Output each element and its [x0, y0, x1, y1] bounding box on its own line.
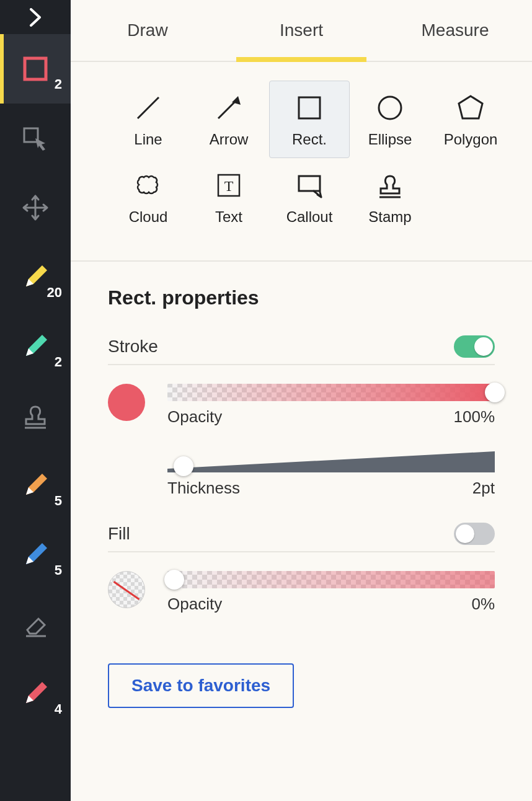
stroke-label: Stroke	[108, 337, 158, 356]
shape-label: Line	[134, 131, 162, 148]
svg-rect-0	[25, 58, 46, 79]
tab-draw[interactable]: Draw	[71, 0, 224, 61]
badge: 4	[55, 701, 62, 717]
tab-insert[interactable]: Insert	[224, 0, 378, 61]
fill-opacity-slider[interactable]	[167, 571, 495, 588]
shape-label: Ellipse	[368, 131, 412, 148]
shape-label: Arrow	[210, 131, 249, 148]
badge: 5	[55, 562, 62, 578]
shape-polygon[interactable]: Polygon	[430, 81, 511, 158]
move-icon	[21, 193, 50, 222]
shape-label: Stamp	[368, 208, 411, 226]
ellipse-icon	[375, 91, 406, 125]
shape-label: Text	[215, 208, 242, 226]
fill-label: Fill	[108, 524, 130, 544]
expand-sidebar-button[interactable]	[0, 0, 71, 34]
pen-icon	[21, 263, 50, 291]
stroke-opacity-label: Opacity	[167, 407, 222, 427]
sidebar-item-select[interactable]	[0, 104, 71, 173]
badge: 2	[55, 76, 62, 92]
select-icon	[20, 123, 50, 153]
sidebar-item-move[interactable]	[0, 173, 71, 242]
svg-point-7	[379, 97, 401, 119]
properties-panel: Rect. properties Stroke Opacity 100%	[71, 262, 532, 733]
fill-toggle[interactable]	[454, 523, 495, 545]
sidebar-item-eraser[interactable]	[0, 590, 71, 659]
shape-label: Cloud	[129, 208, 168, 226]
line-icon	[133, 91, 164, 125]
tool-sidebar: 2 20 2 5 5 4	[0, 0, 71, 801]
badge: 5	[55, 493, 62, 509]
badge: 20	[47, 285, 62, 301]
sidebar-item-rect[interactable]: 2	[0, 34, 71, 104]
stroke-opacity-block: Opacity 100%	[108, 384, 495, 427]
svg-rect-11	[299, 176, 320, 191]
cloud-icon	[133, 168, 164, 202]
fill-opacity-block: Opacity 0%	[108, 571, 495, 614]
save-to-favorites-button[interactable]: Save to favorites	[108, 663, 294, 708]
pen-icon	[21, 541, 50, 569]
rect-icon	[294, 91, 325, 125]
shape-text[interactable]: T Text	[188, 158, 269, 236]
stroke-row: Stroke	[108, 335, 495, 365]
pen-icon	[21, 471, 50, 500]
shape-callout[interactable]: Callout	[269, 158, 350, 236]
stamp-icon	[375, 168, 406, 202]
tabs: Draw Insert Measure	[71, 0, 532, 62]
sidebar-item-pen-red[interactable]: 4	[0, 659, 71, 728]
tab-measure[interactable]: Measure	[378, 0, 532, 61]
svg-rect-6	[299, 97, 320, 118]
fill-opacity-label: Opacity	[167, 595, 222, 614]
text-icon: T	[213, 168, 244, 202]
polygon-icon	[455, 91, 486, 125]
shape-label: Polygon	[444, 131, 498, 148]
chevron-right-icon	[29, 8, 42, 27]
shape-line[interactable]: Line	[108, 81, 188, 158]
callout-icon	[294, 168, 325, 202]
sidebar-item-stamp[interactable]	[0, 381, 71, 451]
stroke-thickness-slider[interactable]	[167, 451, 495, 472]
stroke-thickness-block: Thickness 2pt	[108, 451, 495, 498]
svg-line-4	[138, 97, 159, 118]
fill-row: Fill	[108, 523, 495, 552]
fill-opacity-value: 0%	[471, 595, 495, 614]
shape-arrow[interactable]: Arrow	[188, 81, 269, 158]
pen-icon	[21, 679, 50, 708]
stroke-toggle[interactable]	[454, 335, 495, 358]
shape-cloud[interactable]: Cloud	[108, 158, 188, 236]
shape-label: Rect.	[292, 131, 327, 148]
sidebar-item-pen-blue[interactable]: 5	[0, 520, 71, 590]
sidebar-item-pen-teal[interactable]: 2	[0, 312, 71, 381]
sidebar-item-pen-yellow[interactable]: 20	[0, 242, 71, 312]
shape-label: Callout	[286, 208, 333, 226]
svg-marker-13	[167, 451, 495, 472]
shape-stamp[interactable]: Stamp	[350, 158, 430, 236]
stroke-color-swatch[interactable]	[108, 384, 145, 421]
svg-marker-8	[459, 96, 482, 118]
properties-title: Rect. properties	[108, 286, 495, 309]
eraser-icon	[21, 610, 50, 639]
shape-ellipse[interactable]: Ellipse	[350, 81, 430, 158]
main-panel: Draw Insert Measure Line Arrow Rect. Ell…	[71, 0, 532, 801]
stamp-icon	[21, 402, 50, 430]
svg-text:T: T	[224, 178, 234, 194]
stroke-thickness-label: Thickness	[167, 479, 240, 498]
pen-icon	[21, 332, 50, 361]
badge: 2	[55, 354, 62, 370]
arrow-icon	[213, 91, 244, 125]
stroke-thickness-value: 2pt	[472, 479, 495, 498]
shape-grid: Line Arrow Rect. Ellipse Polygon Cloud T…	[71, 62, 532, 254]
shape-rect[interactable]: Rect.	[269, 81, 350, 158]
stroke-opacity-value: 100%	[454, 407, 495, 427]
sidebar-item-pen-orange[interactable]: 5	[0, 451, 71, 520]
stroke-opacity-slider[interactable]	[167, 384, 495, 401]
rect-icon	[23, 56, 48, 81]
fill-color-swatch[interactable]	[108, 571, 145, 608]
